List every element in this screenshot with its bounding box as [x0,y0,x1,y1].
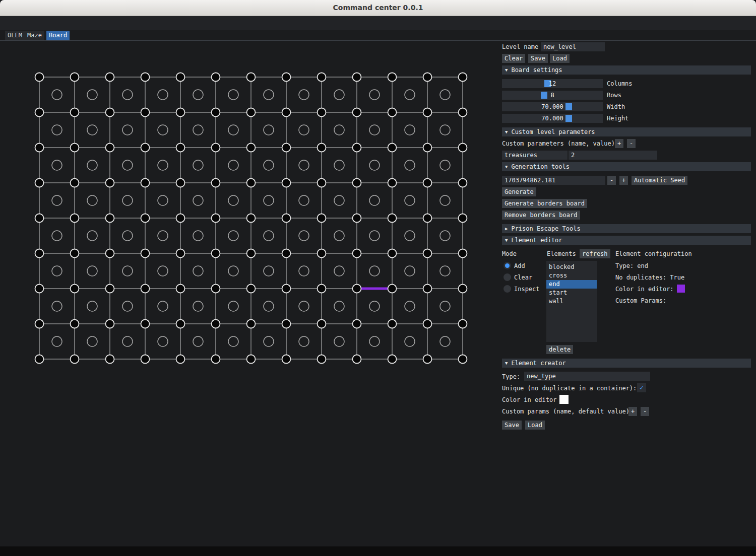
header-custom-level-parameters[interactable]: ▼Custom level parameters [502,127,751,136]
seed-input[interactable] [502,176,605,185]
generate-button[interactable]: Generate [502,187,536,196]
elements-listbox[interactable]: blocked cross end start wall [546,261,597,342]
list-item-start[interactable]: start [546,289,597,297]
element-color-swatch[interactable] [677,285,685,293]
chevron-down-icon: ▼ [505,127,508,136]
chevron-down-icon: ▼ [505,162,508,171]
height-label: Height [607,114,628,123]
level-name-label: Level name [502,42,538,51]
add-custom-param-button[interactable]: + [628,407,637,416]
mode-clear-radio[interactable] [503,273,511,281]
header-generation-tools-label: Generation tools [511,163,570,170]
board-canvas[interactable] [0,0,484,403]
load-button[interactable]: Load [550,54,570,63]
parameter-value-input[interactable] [569,151,657,160]
remove-custom-param-button[interactable]: - [641,407,649,416]
list-item-wall[interactable]: wall [546,297,597,306]
creator-load-button[interactable]: Load [525,421,545,430]
config-no-duplicates-text: No duplicates: True [615,273,684,282]
seed-decrement-button[interactable]: - [607,176,616,185]
check-icon: ✓ [640,384,644,391]
creator-save-button[interactable]: Save [502,421,522,430]
header-custom-level-parameters-label: Custom level parameters [511,128,595,135]
mode-inspect-label: Inspect [514,285,540,294]
chevron-down-icon: ▼ [505,359,508,368]
generate-borders-board-button[interactable]: Generate borders board [502,199,587,208]
columns-slider[interactable]: 12 [502,79,603,88]
list-item-end[interactable]: end [546,280,597,289]
mode-add-label: Add [514,261,525,270]
height-slider[interactable]: 70.000 [502,114,603,123]
element-configuration-label: Element configuration [615,249,692,258]
parameter-name-input[interactable] [502,151,568,160]
mode-label: Mode [502,249,517,258]
unique-label: Unique (no duplicate in a container): [502,384,637,393]
delete-button[interactable]: delete [546,345,573,354]
header-element-editor[interactable]: ▼Element editor [502,236,751,245]
type-input[interactable] [524,372,650,381]
chevron-down-icon: ▼ [505,236,508,245]
mode-clear-label: Clear [514,273,532,282]
config-custom-params-label: Custom Params: [615,296,666,305]
creator-custom-params-label: Custom params (name, default value) [502,407,629,416]
chevron-right-icon: ▶ [505,224,508,233]
header-element-editor-label: Element editor [511,237,562,244]
window-bottom-edge [0,546,756,556]
unique-checkbox[interactable]: ✓ [637,383,646,392]
rows-label: Rows [607,91,621,100]
type-label: Type: [502,372,520,381]
rows-value: 8 [502,91,603,100]
columns-label: Columns [607,79,633,88]
width-slider[interactable]: 70.000 [502,102,603,111]
save-button[interactable]: Save [528,54,548,63]
remove-borders-board-button[interactable]: Remove borders board [502,211,580,220]
header-generation-tools[interactable]: ▼Generation tools [502,162,751,171]
header-element-creator[interactable]: ▼Element creator [502,359,751,368]
refresh-button[interactable]: refresh [580,249,610,258]
mode-inspect-radio[interactable] [503,285,511,293]
remove-parameter-button[interactable]: - [627,139,636,148]
list-item-cross[interactable]: cross [546,271,597,280]
creator-color-swatch[interactable] [559,395,569,404]
header-board-settings-label: Board settings [511,66,562,74]
header-prison-escape-tools-label: Prison Escape Tools [511,225,580,232]
config-color-label: Color in editor: [615,285,674,294]
chevron-down-icon: ▼ [505,65,508,75]
add-parameter-button[interactable]: + [615,139,623,148]
width-value: 70.000 [502,102,603,111]
app-window: Command center 0.0.1 OLEM Maze Board Lev… [0,0,756,556]
config-type-text: Type: end [615,261,648,270]
custom-parameters-label: Custom parameters (name, value) [502,139,615,148]
height-value: 70.000 [502,114,603,123]
automatic-seed-button[interactable]: Automatic Seed [632,176,687,185]
header-element-creator-label: Element creator [511,360,565,367]
width-label: Width [607,102,625,111]
mode-add-radio[interactable] [503,262,511,269]
seed-increment-button[interactable]: + [619,176,628,185]
level-name-input[interactable] [541,42,605,51]
creator-color-label: Color in editor [502,395,556,404]
columns-value: 12 [502,79,603,88]
rows-slider[interactable]: 8 [502,91,603,100]
list-item-blocked[interactable]: blocked [546,263,597,271]
clear-button[interactable]: Clear [502,54,525,63]
elements-label: Elements [547,249,576,258]
header-board-settings[interactable]: ▼Board settings [502,65,751,75]
header-prison-escape-tools[interactable]: ▶Prison Escape Tools [502,224,751,233]
